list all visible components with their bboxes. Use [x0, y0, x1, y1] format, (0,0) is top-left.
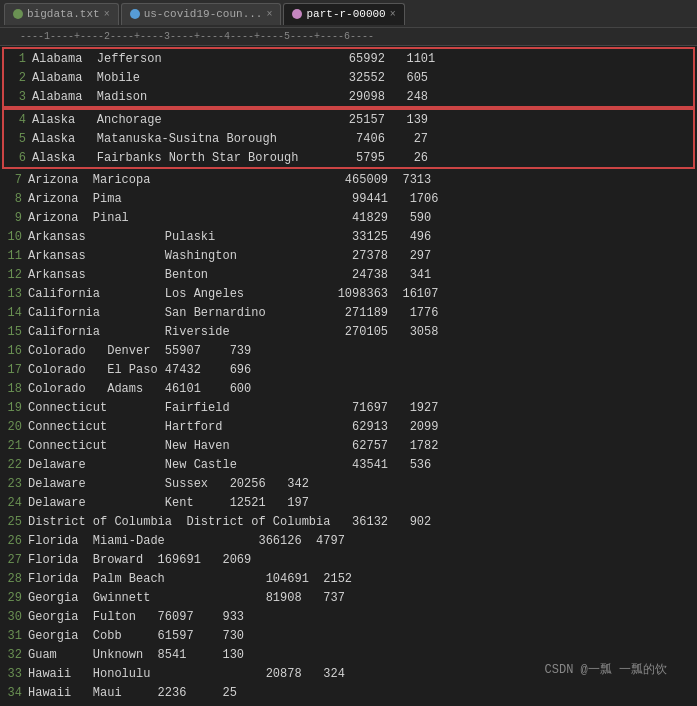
- line-content: Georgia Fulton 76097 933: [28, 610, 697, 624]
- tab-bigdata[interactable]: bigdata.txt ×: [4, 3, 119, 25]
- line-number: 7: [0, 173, 28, 187]
- table-row: 13 California Los Angeles 1098363 16107: [0, 284, 697, 303]
- tab-covid-label: us-covid19-coun...: [144, 8, 263, 20]
- line-number: 2: [4, 71, 32, 85]
- line-content: Alaska Matanuska-Susitna Borough 7406 27: [32, 132, 693, 146]
- table-row: 19 Connecticut Fairfield 71697 1927: [0, 398, 697, 417]
- line-number: 16: [0, 344, 28, 358]
- line-number: 8: [0, 192, 28, 206]
- table-row: 26 Florida Miami-Dade 366126 4797: [0, 531, 697, 550]
- tab-part[interactable]: part-r-00000 ×: [283, 3, 404, 25]
- table-row: 30 Georgia Fulton 76097 933: [0, 607, 697, 626]
- line-content: Connecticut New Haven 62757 1782: [28, 439, 697, 453]
- line-content: Connecticut Hartford 62913 2099: [28, 420, 697, 434]
- tab-part-close[interactable]: ×: [390, 9, 396, 20]
- line-number: 32: [0, 648, 28, 662]
- line-number: 28: [0, 572, 28, 586]
- table-row: 1 Alabama Jefferson 65992 1101: [4, 49, 693, 68]
- line-content: Alabama Madison 29098 248: [32, 90, 693, 104]
- line-number: 4: [4, 113, 32, 127]
- line-content: Alaska Anchorage 25157 139: [32, 113, 693, 127]
- table-row: 28 Florida Palm Beach 104691 2152: [0, 569, 697, 588]
- table-row: 6 Alaska Fairbanks North Star Borough 57…: [4, 148, 693, 167]
- line-number: 11: [0, 249, 28, 263]
- table-row: 23 Delaware Sussex 20256 342: [0, 474, 697, 493]
- line-number: 13: [0, 287, 28, 301]
- table-row: 8 Arizona Pima 99441 1706: [0, 189, 697, 208]
- table-row: 31 Georgia Cobb 61597 730: [0, 626, 697, 645]
- table-row: 11 Arkansas Washington 27378 297: [0, 246, 697, 265]
- line-content: California Riverside 270105 3058: [28, 325, 697, 339]
- line-content: Arizona Pinal 41829 590: [28, 211, 697, 225]
- tab-bigdata-label: bigdata.txt: [27, 8, 100, 20]
- line-number: 12: [0, 268, 28, 282]
- table-row: 9 Arizona Pinal 41829 590: [0, 208, 697, 227]
- line-number: 3: [4, 90, 32, 104]
- line-number: 25: [0, 515, 28, 529]
- line-content: Georgia Gwinnett 81908 737: [28, 591, 697, 605]
- line-content: Connecticut Fairfield 71697 1927: [28, 401, 697, 415]
- line-content: Colorado Adams 46101 600: [28, 382, 697, 396]
- table-row: 2 Alabama Mobile 32552 605: [4, 68, 693, 87]
- line-content: Georgia Cobb 61597 730: [28, 629, 697, 643]
- table-row: 5 Alaska Matanuska-Susitna Borough 7406 …: [4, 129, 693, 148]
- table-row: 18 Colorado Adams 46101 600: [0, 379, 697, 398]
- line-number: 30: [0, 610, 28, 624]
- table-row: 3 Alabama Madison 29098 248: [4, 87, 693, 106]
- table-row: 15 California Riverside 270105 3058: [0, 322, 697, 341]
- table-row: 21 Connecticut New Haven 62757 1782: [0, 436, 697, 455]
- line-number: 34: [0, 686, 28, 700]
- table-row: 22 Delaware New Castle 43541 536: [0, 455, 697, 474]
- table-row: 4 Alaska Anchorage 25157 139: [4, 110, 693, 129]
- line-content: Arkansas Washington 27378 297: [28, 249, 697, 263]
- line-content: Colorado Denver 55907 739: [28, 344, 697, 358]
- line-number: 20: [0, 420, 28, 434]
- line-number: 10: [0, 230, 28, 244]
- table-row: 35 Hawaii Hawaii 2166 53: [0, 702, 697, 706]
- table-row: 34 Hawaii Maui 2236 25: [0, 683, 697, 702]
- tab-covid-close[interactable]: ×: [266, 9, 272, 20]
- content-area: 1 Alabama Jefferson 65992 1101 2 Alabama…: [0, 46, 697, 706]
- line-number: 33: [0, 667, 28, 681]
- line-number: 5: [4, 132, 32, 146]
- line-number: 31: [0, 629, 28, 643]
- tab-part-icon: [292, 9, 302, 19]
- line-content: Delaware New Castle 43541 536: [28, 458, 697, 472]
- line-content: Arizona Pima 99441 1706: [28, 192, 697, 206]
- line-content: Arizona Maricopa 465009 7313: [28, 173, 697, 187]
- tab-covid[interactable]: us-covid19-coun... ×: [121, 3, 282, 25]
- ruler: ----1----+----2----+----3----+----4----+…: [0, 28, 697, 46]
- line-number: 15: [0, 325, 28, 339]
- line-number: 9: [0, 211, 28, 225]
- line-number: 26: [0, 534, 28, 548]
- table-row: 7 Arizona Maricopa 465009 7313: [0, 170, 697, 189]
- line-content: California Los Angeles 1098363 16107: [28, 287, 697, 301]
- table-row: 10 Arkansas Pulaski 33125 496: [0, 227, 697, 246]
- line-content: Alaska Fairbanks North Star Borough 5795…: [32, 151, 693, 165]
- line-number: 1: [4, 52, 32, 66]
- line-number: 14: [0, 306, 28, 320]
- line-number: 21: [0, 439, 28, 453]
- table-row: 24 Delaware Kent 12521 197: [0, 493, 697, 512]
- table-row: 20 Connecticut Hartford 62913 2099: [0, 417, 697, 436]
- tab-covid-icon: [130, 9, 140, 19]
- line-content: California San Bernardino 271189 1776: [28, 306, 697, 320]
- table-row: 29 Georgia Gwinnett 81908 737: [0, 588, 697, 607]
- line-content: Florida Broward 169691 2069: [28, 553, 697, 567]
- tab-bigdata-close[interactable]: ×: [104, 9, 110, 20]
- line-number: 27: [0, 553, 28, 567]
- watermark: CSDN @一瓢 一瓢的饮: [545, 661, 667, 678]
- table-row: 14 California San Bernardino 271189 1776: [0, 303, 697, 322]
- line-number: 18: [0, 382, 28, 396]
- line-number: 6: [4, 151, 32, 165]
- table-row: 25 District of Columbia District of Colu…: [0, 512, 697, 531]
- tab-part-label: part-r-00000: [306, 8, 385, 20]
- line-content: Colorado El Paso 47432 696: [28, 363, 697, 377]
- line-content: Alabama Mobile 32552 605: [32, 71, 693, 85]
- line-content: Alabama Jefferson 65992 1101: [32, 52, 693, 66]
- line-content: Arkansas Benton 24738 341: [28, 268, 697, 282]
- line-content: Florida Miami-Dade 366126 4797: [28, 534, 697, 548]
- line-content: Delaware Kent 12521 197: [28, 496, 697, 510]
- line-content: Florida Palm Beach 104691 2152: [28, 572, 697, 586]
- line-content: Arkansas Pulaski 33125 496: [28, 230, 697, 244]
